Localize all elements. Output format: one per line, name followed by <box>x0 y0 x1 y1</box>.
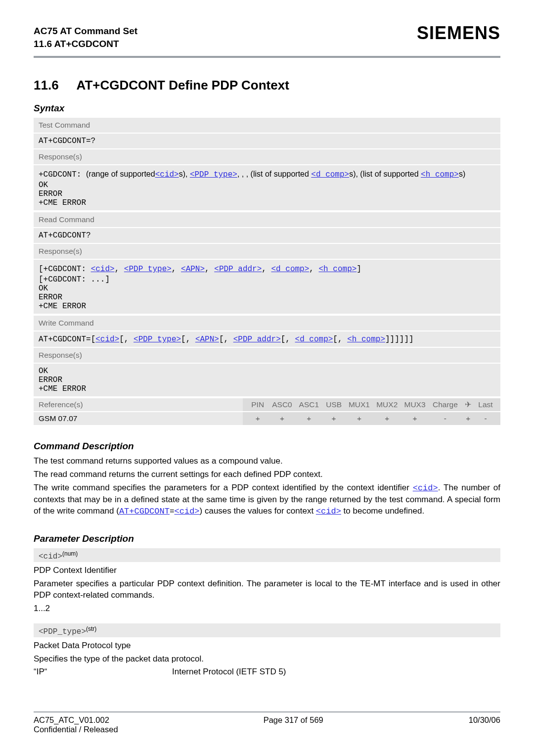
param-pdp-value-desc: Internet Protocol (IETF STD 5) <box>172 667 286 677</box>
footer-doc-id: AC75_ATC_V01.002 <box>34 715 118 725</box>
footer-page: Page 317 of 569 <box>264 715 323 734</box>
footer-date: 10/30/06 <box>469 715 500 734</box>
col-asc0: ASC0 <box>270 400 295 409</box>
reference-label: Reference(s) <box>34 398 243 411</box>
p3a: The write command specifies the paramete… <box>34 483 413 492</box>
write-command-label: Write Command <box>34 316 500 331</box>
wc-pdp[interactable]: <PDP_type> <box>134 335 181 344</box>
footer: AC75_ATC_V01.002 Confidential / Released… <box>34 715 500 734</box>
test-command-text: AT+CGDCONT=? <box>34 134 500 148</box>
wc-s2: [, <box>181 335 195 344</box>
read-line2: [+CGDCONT: ...] <box>39 275 495 284</box>
resp-hcomp[interactable]: <h_comp> <box>421 170 459 179</box>
read-resp-cme: +CME ERROR <box>39 302 495 311</box>
col-mux3: MUX3 <box>402 400 428 409</box>
rc-addr[interactable]: <PDP_addr> <box>214 265 262 274</box>
rc-c1: , <box>115 265 124 274</box>
param-pdp-value-row: “IP“ Internet Protocol (IETF STD 5) <box>34 667 500 677</box>
cmd-desc-p2: The read command returns the current set… <box>34 469 500 480</box>
val-asc1: + <box>297 414 321 423</box>
resp-t5: s) <box>459 170 465 178</box>
parameter-description-heading: Parameter Description <box>34 533 500 544</box>
param-cid-body: Parameter specifies a particular PDP con… <box>34 578 500 601</box>
wc-hcomp[interactable]: <h_comp> <box>347 335 385 344</box>
rc-apn[interactable]: <APN> <box>181 265 205 274</box>
write-resp-cme: +CME ERROR <box>39 384 495 393</box>
col-usb: USB <box>323 400 344 409</box>
val-mux3: + <box>402 414 428 423</box>
resp-prefix: +CGDCONT: <box>39 170 86 179</box>
wc-s4: [, <box>281 335 295 344</box>
val-mux1: + <box>346 414 372 423</box>
footer-rule <box>34 711 500 712</box>
read-response-label: Response(s) <box>34 244 500 259</box>
wc-apn[interactable]: <APN> <box>195 335 219 344</box>
wc-s3: [, <box>219 335 233 344</box>
write-response-label: Response(s) <box>34 348 500 363</box>
p3-cid[interactable]: <cid> <box>413 483 438 493</box>
rc-c4: , <box>262 265 271 274</box>
param-pdp-value: “IP“ <box>34 667 172 677</box>
test-resp-error: ERROR <box>39 189 495 198</box>
p3-cid2[interactable]: <cid> <box>175 507 200 516</box>
test-resp-cme: +CME ERROR <box>39 198 495 207</box>
write-command-body: AT+CGDCONT=[<cid>[, <PDP_type>[, <APN>[,… <box>34 331 500 347</box>
resp-cid[interactable]: <cid> <box>155 170 179 179</box>
write-resp-ok: OK <box>39 367 495 376</box>
rc-c5: , <box>309 265 318 274</box>
val-pin: + <box>248 414 267 423</box>
wc-addr[interactable]: <PDP_addr> <box>233 335 281 344</box>
reference-values: + + + + + + + - + - <box>243 412 500 425</box>
rc-c3: , <box>205 265 214 274</box>
read-resp-error: ERROR <box>39 293 495 302</box>
col-pin: PIN <box>248 400 267 409</box>
p3c: ) causes the values for context <box>200 506 316 516</box>
header-product: AC75 AT Command Set <box>34 25 137 38</box>
resp-dcomp[interactable]: <d_comp> <box>311 170 349 179</box>
write-response-body: OK ERROR +CME ERROR <box>34 364 500 396</box>
rc-c2: , <box>172 265 181 274</box>
p3-cid3[interactable]: <cid> <box>316 507 341 516</box>
footer-left: AC75_ATC_V01.002 Confidential / Released <box>34 715 118 734</box>
resp-t4: s), (list of supported <box>349 170 421 178</box>
val-mux2: + <box>374 414 400 423</box>
col-charge: Charge <box>430 400 460 409</box>
rc-pref: +CGDCONT: <box>44 265 91 274</box>
test-response-label: Response(s) <box>34 149 500 164</box>
cmd-desc-p1: The test command returns supported value… <box>34 456 500 467</box>
val-last: - <box>476 414 495 423</box>
section-title-text: AT+CGDCONT Define PDP Context <box>77 78 289 93</box>
val-asc0: + <box>270 414 295 423</box>
rc-cid[interactable]: <cid> <box>91 265 115 274</box>
wc-close: ]]]]]] <box>385 335 414 344</box>
param-cid-sup: (num) <box>62 550 78 557</box>
read-command-text: AT+CGDCONT? <box>34 228 500 243</box>
col-last: Last <box>476 400 495 409</box>
resp-pdp[interactable]: <PDP_type> <box>190 170 237 179</box>
param-pdp-tag: <PDP_type> <box>39 627 86 636</box>
param-pdp-sup: (str) <box>86 625 96 632</box>
resp-t1: (range of supported <box>86 170 155 178</box>
col-mux1: MUX1 <box>346 400 372 409</box>
header-section-ref: 11.6 AT+CGDCONT <box>34 38 137 50</box>
read-resp-ok: OK <box>39 284 495 293</box>
val-charge: - <box>430 414 460 423</box>
p3-cmd[interactable]: AT+CGDCONT <box>119 507 170 516</box>
test-response-body: +CGDCONT: (range of supported<cid>s), <P… <box>34 165 500 210</box>
rc-hcomp[interactable]: <h_comp> <box>319 265 357 274</box>
wc-cid[interactable]: <cid> <box>95 335 119 344</box>
wc-dcomp[interactable]: <d_comp> <box>295 335 333 344</box>
resp-t3: , , , (list of supported <box>237 170 311 178</box>
wc-open: [ <box>91 335 96 344</box>
val-airplane: + <box>463 414 474 423</box>
param-pdp-subtitle: Specifies the type of the packet data pr… <box>34 654 500 665</box>
command-description-heading: Command Description <box>34 441 500 452</box>
siemens-logo: SIEMENS <box>417 23 500 44</box>
write-resp-error: ERROR <box>39 376 495 384</box>
test-command-label: Test Command <box>34 118 500 133</box>
rc-pdp[interactable]: <PDP_type> <box>124 265 172 274</box>
section-heading: 11.6 AT+CGDCONT Define PDP Context <box>34 78 500 93</box>
read-command-label: Read Command <box>34 212 500 227</box>
wc-s5: [, <box>333 335 347 344</box>
rc-dcomp[interactable]: <d_comp> <box>271 265 310 274</box>
